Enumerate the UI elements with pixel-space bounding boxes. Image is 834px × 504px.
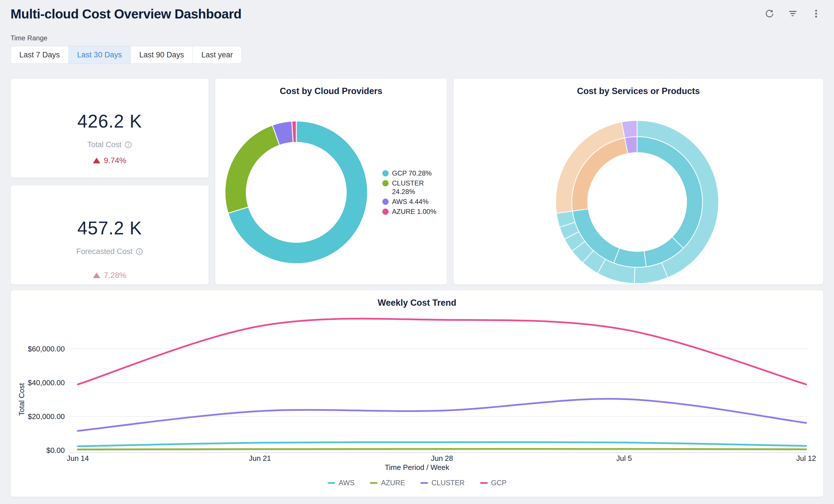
azure-line <box>78 449 806 450</box>
x-tick-label: Jun 28 <box>431 454 453 462</box>
time-range-last-7-days[interactable]: Last 7 Days <box>10 46 68 64</box>
total-cost-label: Total Cost <box>87 140 132 149</box>
kebab-menu-icon[interactable] <box>811 8 821 19</box>
legend-label: GCP 70.28% <box>392 169 432 178</box>
top-row: 426.2 K Total Cost 9.74% 457.2 K <box>10 79 824 285</box>
page-title: Multi-cloud Cost Overview Dashboard <box>10 6 241 22</box>
legend-line-icon <box>480 482 488 484</box>
cluster-line <box>78 399 806 431</box>
legend-item-aws[interactable]: AWS 4.44% <box>382 197 437 206</box>
up-triangle-icon <box>93 158 100 163</box>
legend-item-gcp[interactable]: GCP <box>480 479 506 487</box>
x-tick-label: Jun 14 <box>67 454 89 462</box>
legend-label: GCP <box>491 479 506 487</box>
total-cost-delta: 9.74% <box>93 156 126 165</box>
trend-chart-legend: AWSAZURECLUSTERGCP <box>11 479 823 487</box>
dashboard-page: Multi-cloud Cost Overview Dashboard <box>0 0 834 504</box>
legend-label: AWS <box>338 479 354 487</box>
donut-slice-cluster <box>225 125 280 213</box>
legend-item-cluster[interactable]: CLUSTER <box>420 479 465 487</box>
total-cost-label-text: Total Cost <box>87 140 121 149</box>
refresh-icon[interactable] <box>764 8 775 19</box>
forecasted-cost-value: 457.2 K <box>77 217 142 239</box>
gcp-line <box>78 319 806 385</box>
legend-line-icon <box>370 482 377 484</box>
total-cost-delta-value: 9.74% <box>104 156 126 165</box>
forecasted-cost-delta-value: 7.28% <box>104 271 126 280</box>
y-tick-label: $60,000.00 <box>28 345 65 353</box>
legend-item-aws[interactable]: AWS <box>328 479 354 487</box>
legend-label: CLUSTER 24.28% <box>392 179 437 196</box>
y-axis-title: Total Cost <box>17 383 26 416</box>
info-icon[interactable] <box>135 248 143 256</box>
legend-line-icon <box>328 482 335 484</box>
info-icon[interactable] <box>125 141 132 149</box>
total-cost-value: 426.2 K <box>77 111 142 132</box>
forecasted-cost-card: 457.2 K Forecasted Cost 7.28% <box>10 185 209 285</box>
cost-by-services-card: Cost by Services or Products <box>453 79 824 285</box>
header: Multi-cloud Cost Overview Dashboard <box>10 6 824 22</box>
forecasted-cost-label-text: Forecasted Cost <box>76 247 132 256</box>
filter-icon[interactable] <box>788 8 798 19</box>
kpi-column: 426.2 K Total Cost 9.74% 457.2 K <box>10 79 209 285</box>
weekly-cost-trend-card: Weekly Cost Trend $0.00$20,000.00$40,000… <box>10 290 824 497</box>
providers-chart-legend: GCP 70.28%CLUSTER 24.28%AWS 4.44%AZURE 1… <box>382 169 437 216</box>
legend-label: AZURE <box>381 479 405 487</box>
legend-item-azure[interactable]: AZURE <box>370 479 405 487</box>
legend-line-icon <box>420 482 428 484</box>
forecasted-cost-label: Forecasted Cost <box>76 247 143 256</box>
y-tick-label: $20,000.00 <box>28 412 65 421</box>
y-tick-label: $0.00 <box>46 446 65 455</box>
x-tick-label: Jul 5 <box>616 454 632 462</box>
cost-by-providers-card: Cost by Cloud Providers GCP 70.28%CLUSTE… <box>215 79 447 285</box>
x-tick-label: Jun 21 <box>249 454 271 462</box>
legend-dot-icon <box>382 199 389 205</box>
total-cost-card: 426.2 K Total Cost 9.74% <box>10 79 209 178</box>
legend-label: AZURE 1.00% <box>392 207 436 216</box>
time-range-group: Last 7 Days Last 30 Days Last 90 Days La… <box>10 46 242 64</box>
legend-item-gcp[interactable]: GCP 70.28% <box>382 169 437 178</box>
header-actions <box>764 8 821 19</box>
time-range-last-year[interactable]: Last year <box>193 46 242 64</box>
legend-item-azure[interactable]: AZURE 1.00% <box>382 207 437 216</box>
time-range-last-90-days[interactable]: Last 90 Days <box>130 46 193 64</box>
legend-label: CLUSTER <box>432 479 465 487</box>
services-sunburst-chart <box>454 79 824 285</box>
time-range-label: Time Range <box>10 34 824 42</box>
legend-dot-icon <box>382 209 389 215</box>
legend-dot-icon <box>382 180 389 187</box>
y-tick-label: $40,000.00 <box>28 378 65 387</box>
legend-dot-icon <box>382 170 389 176</box>
time-range-last-30-days[interactable]: Last 30 Days <box>68 46 131 64</box>
x-tick-label: Jul 12 <box>796 454 816 462</box>
legend-item-cluster[interactable]: CLUSTER 24.28% <box>382 179 437 196</box>
up-triangle-icon <box>93 272 100 278</box>
x-axis-title: Time Period / Week <box>11 463 823 472</box>
legend-label: AWS 4.44% <box>392 197 429 206</box>
aws-line <box>78 442 806 446</box>
forecasted-cost-delta: 7.28% <box>93 271 126 280</box>
